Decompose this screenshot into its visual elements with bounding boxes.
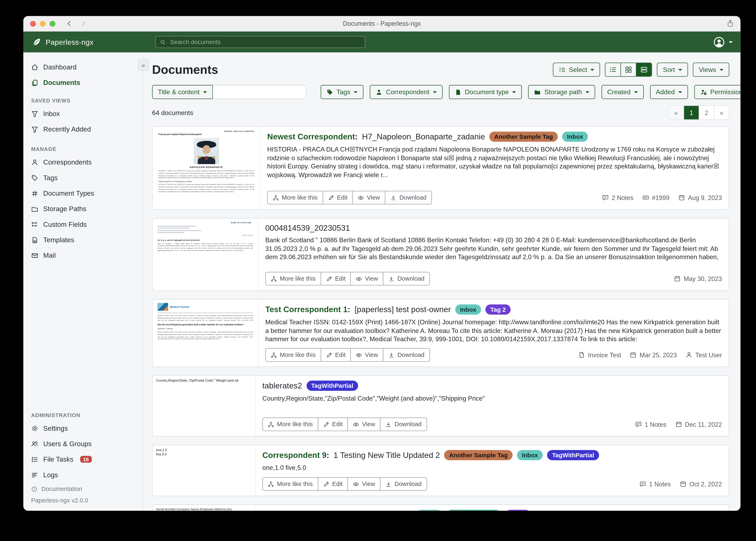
view-button[interactable]: View	[350, 349, 383, 361]
search-input[interactable]	[169, 38, 361, 46]
tag-pill[interactable]: Another Sample Tag	[489, 132, 558, 142]
created-filter-button[interactable]: Created	[601, 85, 644, 99]
document-title-link[interactable]: tablerates2	[262, 381, 302, 390]
tags-filter-button[interactable]: Tags	[321, 85, 364, 99]
more-like-this-button[interactable]: More like this	[266, 349, 320, 361]
sidebar-item-inbox[interactable]: Inbox	[23, 106, 142, 121]
tag-pill[interactable]: Another Sample Tag	[444, 450, 513, 460]
notes-count[interactable]: 2 Notes	[602, 194, 633, 201]
download-button[interactable]: Download	[385, 191, 431, 204]
correspondent-link[interactable]: Newest Correspondent	[262, 510, 350, 511]
select-button[interactable]: Select	[553, 63, 600, 77]
sidebar-item-mail[interactable]: Mail	[23, 248, 142, 263]
sort-button[interactable]: Sort	[657, 63, 688, 77]
sidebar-item-storage-paths[interactable]: Storage Paths	[23, 201, 142, 217]
correspondent-link[interactable]: Newest Correspondent	[267, 132, 355, 141]
document-title-link[interactable]: 1 Testing New Title Updated 2	[334, 450, 440, 460]
sidebar-item-templates[interactable]: Templates	[23, 232, 142, 248]
tag-pill[interactable]: TagWithPartial	[306, 380, 358, 391]
page-1-button[interactable]: 1	[684, 106, 699, 119]
download-button[interactable]: Download	[383, 272, 429, 285]
page-2-button[interactable]: 2	[699, 106, 714, 119]
document-thumbnail[interactable]: Country,Region/State,"Zip/Postal Code","…	[152, 376, 255, 436]
tag-pill[interactable]: Inbox	[517, 450, 543, 460]
user-menu[interactable]	[713, 32, 733, 52]
document-title-link[interactable]: [paperless] test post-owner	[355, 305, 451, 314]
sidebar-item-tags[interactable]: Tags	[23, 170, 142, 185]
tag-pill[interactable]: Tag 2	[506, 510, 531, 511]
folder-icon	[534, 89, 541, 96]
sidebar-item-custom-fields[interactable]: Custom Fields	[23, 217, 142, 232]
document-card: one,1.0 five,5.0 Correspondent 9: 1 Test…	[152, 445, 729, 496]
more-like-this-button[interactable]: More like this	[268, 191, 322, 204]
sidebar-item-document-types[interactable]: Document Types	[23, 186, 142, 201]
view-list-button[interactable]	[606, 63, 621, 76]
tag-pill[interactable]: Inbox	[455, 304, 481, 314]
caret-down-icon	[719, 69, 723, 71]
sidebar-item-correspondents[interactable]: Correspondents	[23, 155, 142, 170]
added-filter-button[interactable]: Added	[650, 85, 688, 99]
download-button[interactable]: Download	[383, 349, 429, 361]
tag-icon	[31, 174, 38, 181]
sidebar-item-file-tasks[interactable]: File Tasks 16	[23, 451, 142, 467]
asn-icon	[642, 194, 649, 201]
documentation-link[interactable]: Documentation	[23, 483, 142, 495]
views-button[interactable]: Views	[693, 63, 729, 77]
document-thumbnail[interactable]: Medical Teacher Medical Teacher ISSN: 01…	[152, 299, 258, 366]
sidebar-collapse-button[interactable]: «	[137, 59, 149, 71]
edit-button[interactable]: Edit	[320, 349, 350, 361]
edit-button[interactable]: Edit	[318, 478, 347, 490]
sidebar-item-recently-added[interactable]: Recently Added	[23, 122, 142, 137]
document-thumbnail[interactable]: one,1.0 five,5.0	[152, 445, 255, 496]
sidebar-item-users-groups[interactable]: Users & Groups	[23, 436, 142, 451]
page-prev-button[interactable]: «	[669, 106, 684, 119]
correspondent-filter-button[interactable]: Correspondent	[370, 85, 443, 99]
view-button[interactable]: View	[347, 478, 380, 490]
page-next-button[interactable]: »	[714, 106, 729, 119]
title-content-input[interactable]	[213, 85, 306, 99]
sidebar-item-settings[interactable]: Settings	[23, 420, 142, 436]
download-button[interactable]: Download	[380, 478, 426, 490]
document-title-link[interactable]: H7_Napoleon_Bonaparte_zadanie	[362, 132, 485, 141]
brand[interactable]: Paperless-ngx	[32, 37, 93, 47]
sidebar-item-documents[interactable]: Documents	[23, 75, 142, 90]
download-button[interactable]: Download	[380, 418, 426, 430]
document-thumbnail[interactable]: Serial Number,Company Name,Employee Mark…	[152, 505, 255, 511]
document-type-filter-button[interactable]: Document type	[449, 85, 522, 99]
logs-icon	[31, 471, 38, 478]
correspondent-link[interactable]: Correspondent 9	[262, 450, 327, 460]
notes-count[interactable]: 1 Notes	[639, 480, 671, 488]
tag-pill[interactable]	[447, 510, 501, 511]
edit-button[interactable]: Edit	[318, 418, 347, 430]
edit-button[interactable]: Edit	[320, 272, 350, 285]
document-title-link[interactable]: 0004814539_20230531	[265, 223, 350, 233]
created-date: Oct 2, 2022	[680, 480, 722, 488]
document-thumbnail[interactable]: HISTORIA - PRACA DLA CHĘTNYCH Francja po…	[152, 127, 260, 209]
document-title-link[interactable]: Sample100.csv	[357, 510, 412, 511]
document-thumbnail[interactable]: BANK OF SCOTLAND Berlin 31.05.2023 2,0 %…	[152, 219, 258, 290]
title-content-dropdown[interactable]: Title & content	[152, 85, 213, 99]
storage-path-filter-button[interactable]: Storage path	[528, 85, 595, 99]
sidebar-item-dashboard[interactable]: Dashboard	[23, 59, 142, 75]
share-icon[interactable]	[726, 19, 734, 27]
sidebar-item-logs[interactable]: Logs	[23, 467, 142, 482]
more-like-this-button[interactable]: More like this	[263, 478, 318, 490]
tag-pill[interactable]: Inbox	[562, 132, 588, 142]
view-button[interactable]: View	[352, 191, 385, 204]
correspondent-link[interactable]: Test Correspondent 1	[265, 305, 348, 314]
view-detail-button[interactable]	[636, 63, 652, 76]
tag-pill[interactable]: Inbox	[416, 510, 442, 511]
permissions-filter-button[interactable]: Permissions	[694, 85, 741, 99]
more-like-this-button[interactable]: More like this	[263, 418, 318, 430]
edit-button[interactable]: Edit	[322, 191, 352, 204]
file-tasks-badge: 16	[80, 456, 92, 463]
document-card: Country,Region/State,"Zip/Postal Code","…	[152, 375, 729, 436]
tag-pill[interactable]: TagWithPartial	[547, 450, 599, 460]
tag-pill[interactable]: Tag 2	[485, 304, 511, 314]
view-grid-button[interactable]	[621, 63, 636, 76]
graph-icon	[273, 195, 279, 201]
notes-count[interactable]: 1 Notes	[635, 421, 666, 428]
more-like-this-button[interactable]: More like this	[266, 272, 320, 285]
view-button[interactable]: View	[347, 418, 380, 430]
view-button[interactable]: View	[350, 272, 383, 285]
